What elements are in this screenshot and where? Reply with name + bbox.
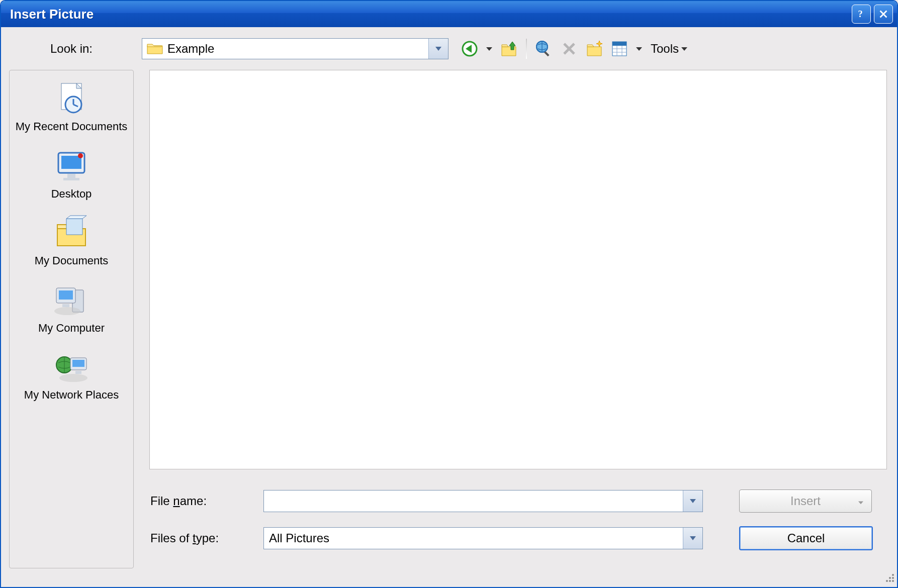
svg-point-43 (59, 374, 87, 382)
close-button[interactable] (874, 5, 893, 24)
titlebar: Insert Picture ? (1, 1, 897, 27)
places-item-label: Desktop (51, 187, 92, 201)
svg-marker-44 (690, 499, 696, 503)
lookin-row: Look in: Example (1, 27, 897, 70)
places-item-label: My Recent Documents (16, 120, 128, 134)
svg-point-51 (889, 580, 891, 582)
svg-point-38 (54, 307, 80, 315)
lookin-label: Look in: (1, 42, 142, 56)
svg-marker-6 (486, 47, 492, 51)
places-item-my-computer[interactable]: My Computer (10, 277, 133, 340)
svg-marker-20 (636, 47, 642, 51)
toolbar: Tools (460, 39, 690, 59)
network-places-icon (51, 349, 92, 385)
cancel-button-label: Cancel (787, 531, 825, 545)
help-button[interactable]: ? (852, 5, 871, 24)
chevron-down-icon (679, 39, 690, 59)
search-web-button[interactable] (534, 39, 554, 59)
lookin-dropdown-button[interactable] (428, 39, 448, 59)
svg-marker-32 (66, 219, 82, 235)
desktop-icon (51, 148, 92, 184)
filename-label: File name: (149, 494, 263, 508)
toolbar-separator (526, 39, 527, 59)
places-item-my-documents[interactable]: My Documents (10, 210, 133, 273)
resize-grip[interactable] (882, 572, 895, 585)
svg-text:?: ? (858, 9, 863, 19)
window-title: Insert Picture (10, 7, 94, 22)
svg-rect-15 (612, 42, 626, 46)
svg-point-50 (886, 580, 888, 582)
views-button[interactable] (609, 39, 630, 59)
places-item-desktop[interactable]: Desktop (10, 143, 133, 206)
up-one-level-button[interactable] (499, 39, 519, 59)
folder-icon (146, 42, 163, 56)
places-item-my-network-places[interactable]: My Network Places (10, 344, 133, 407)
svg-marker-46 (690, 536, 696, 540)
svg-point-47 (892, 574, 894, 576)
insert-button[interactable]: Insert (739, 489, 872, 513)
filetype-value: All Pictures (264, 531, 683, 545)
places-bar: My Recent Documents Desktop (9, 70, 134, 568)
bottom-controls: File name: Insert Files of typ (149, 478, 887, 569)
svg-rect-36 (59, 290, 73, 300)
new-folder-button[interactable] (584, 39, 604, 59)
tools-menu-label: Tools (651, 42, 679, 56)
cancel-button[interactable]: Cancel (739, 526, 873, 550)
svg-marker-3 (435, 47, 441, 51)
insert-picture-dialog: Insert Picture ? Look in: Examp (0, 0, 898, 588)
filetype-label: Files of type: (149, 531, 263, 545)
back-history-dropdown[interactable] (485, 39, 494, 59)
places-item-recent-documents[interactable]: My Recent Documents (10, 75, 133, 139)
svg-point-31 (78, 153, 83, 158)
svg-point-52 (892, 580, 894, 582)
svg-marker-21 (681, 47, 687, 51)
tools-menu[interactable]: Tools (651, 39, 690, 59)
filename-dropdown-button[interactable] (683, 491, 702, 512)
svg-rect-41 (72, 360, 84, 367)
svg-marker-45 (858, 502, 863, 505)
svg-rect-37 (62, 304, 69, 307)
chevron-down-icon (857, 494, 864, 508)
svg-rect-29 (67, 174, 75, 178)
my-computer-icon (51, 282, 92, 318)
filename-combo[interactable] (263, 490, 703, 512)
lookin-value: Example (167, 42, 428, 56)
filetype-combo[interactable]: All Pictures (263, 527, 703, 549)
my-documents-icon (51, 215, 92, 251)
svg-rect-28 (61, 156, 81, 169)
filetype-dropdown-button[interactable] (683, 528, 702, 549)
file-list[interactable] (149, 70, 887, 469)
places-item-label: My Documents (35, 254, 109, 268)
delete-button (559, 39, 579, 59)
svg-marker-33 (66, 216, 86, 219)
svg-point-49 (892, 577, 894, 579)
svg-marker-13 (596, 41, 602, 47)
places-item-label: My Network Places (24, 388, 119, 402)
recent-documents-icon (51, 80, 92, 117)
svg-point-48 (889, 577, 891, 579)
insert-button-label: Insert (790, 494, 821, 508)
lookin-combo[interactable]: Example (142, 38, 448, 59)
views-dropdown[interactable] (635, 39, 644, 59)
back-button[interactable] (460, 39, 480, 59)
places-item-label: My Computer (38, 321, 105, 335)
svg-rect-42 (75, 371, 81, 374)
svg-rect-30 (63, 178, 79, 180)
